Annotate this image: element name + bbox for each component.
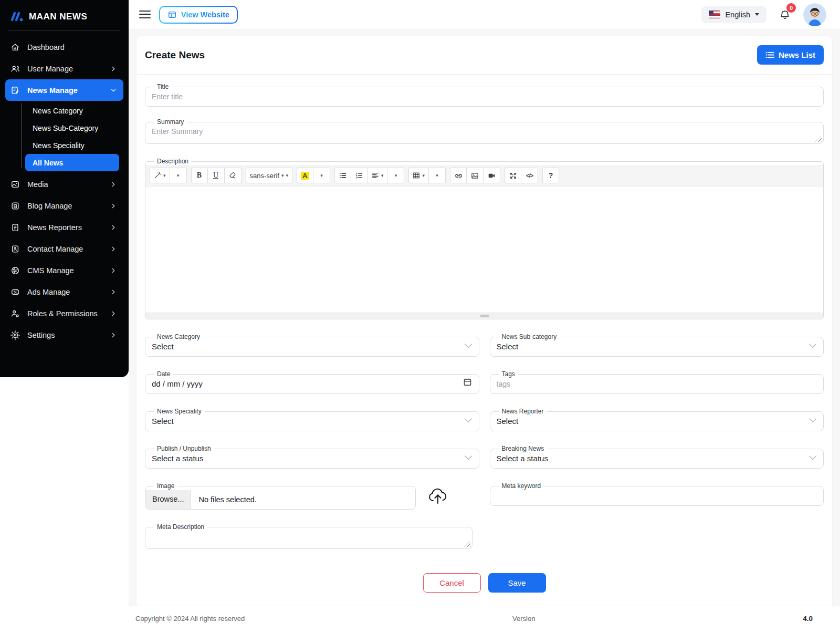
editor-style-more-button[interactable]: ▾ [170, 168, 187, 183]
save-button[interactable]: Save [488, 573, 546, 593]
title-input[interactable] [152, 91, 817, 106]
editor-help-button[interactable]: ? [542, 168, 559, 183]
description-label: Description [154, 158, 192, 165]
caret-down-icon: ▾ [177, 173, 180, 178]
tags-input[interactable] [497, 378, 817, 393]
user-gear-icon [10, 309, 20, 318]
sidebar-item-ads-manage[interactable]: Ads Manage [5, 281, 123, 303]
footer: Copyright © 2024 All rights reserved Ver… [129, 606, 840, 631]
user-avatar[interactable] [803, 3, 826, 26]
summary-label: Summary [154, 118, 187, 126]
editor-resize-bar[interactable] [145, 313, 823, 319]
editor-bold-button[interactable]: B [191, 168, 208, 183]
brand-name: MAAN NEWS [29, 12, 87, 22]
list-icon [765, 51, 774, 59]
sidebar-item-roles-permissions[interactable]: Roles & Permissions [5, 303, 123, 324]
font-color-icon: A [301, 172, 309, 180]
news-sub-category-value: Select [497, 341, 817, 356]
sidebar-item-dashboard[interactable]: Dashboard [5, 36, 123, 58]
copyright-text: Copyright © 2024 All rights reserved [135, 615, 245, 623]
sidebar-subitem-news-category[interactable]: News Category [25, 102, 119, 119]
top-header: View Website English 0 [129, 0, 840, 29]
sidebar-subitem-news-sub-category[interactable]: News Sub-Category [25, 119, 119, 137]
cancel-button[interactable]: Cancel [423, 573, 481, 593]
chevron-right-icon [109, 245, 118, 253]
form-actions: Cancel Save [145, 573, 824, 593]
avatar-image [803, 3, 826, 26]
news-reporter-value: Select [497, 416, 817, 431]
summary-textarea[interactable] [152, 126, 817, 141]
editor-table-button[interactable]: ▾ [408, 168, 429, 183]
editor-codeview-button[interactable]: </> [521, 168, 538, 183]
version-label: Version [245, 615, 803, 623]
editor-color-button[interactable]: A [297, 168, 313, 183]
editor-video-button[interactable] [484, 168, 500, 183]
sidebar-item-blog-manage[interactable]: Blog Manage [5, 195, 123, 216]
sidebar-item-media[interactable]: Media [5, 173, 123, 195]
editor-paragraph-more-button[interactable]: ▾ [387, 168, 404, 183]
editor-clear-format-button[interactable] [225, 168, 242, 183]
sidebar-subitem-news-speciality[interactable]: News Speciality [25, 137, 119, 154]
meta-keyword-input[interactable] [497, 490, 817, 505]
language-label: English [725, 11, 750, 19]
date-field[interactable]: Date dd / mm / yyyy [145, 370, 479, 394]
news-list-label: News List [779, 50, 815, 59]
eraser-icon [229, 172, 236, 179]
editor-underline-button[interactable]: U [208, 168, 225, 183]
caret-down-icon: ▾ [381, 173, 384, 178]
news-sub-category-field[interactable]: News Sub-category Select [490, 333, 824, 357]
news-reporter-label: News Reporter [499, 408, 547, 415]
chevron-right-icon [109, 181, 118, 188]
brand[interactable]: MAAN NEWS [0, 7, 129, 29]
main-content: Create News News List Title Summary [129, 29, 840, 606]
editor-paragraph-button[interactable]: ▾ [368, 168, 388, 183]
meta-description-textarea[interactable] [152, 531, 466, 546]
sidebar-item-cms-manage[interactable]: CMS Manage [5, 260, 123, 281]
editor-unordered-list-button[interactable] [334, 168, 351, 183]
editor-fullscreen-button[interactable] [505, 168, 521, 183]
sidebar-subitem-all-news[interactable]: All News [25, 154, 119, 171]
editor-link-button[interactable] [450, 168, 467, 183]
caret-down-icon: ▾ [286, 173, 288, 178]
browse-button[interactable]: Browse... [145, 490, 191, 509]
subitem-label: News Category [33, 107, 83, 115]
chevron-right-icon [109, 288, 118, 296]
subitem-label: News Sub-Category [33, 124, 98, 132]
sidebar-item-settings[interactable]: Settings [5, 324, 123, 346]
magic-wand-icon [154, 172, 161, 179]
sidebar-item-news-reporters[interactable]: News Reporters [5, 216, 123, 238]
editor-fontname-button[interactable]: sans-serif ▾ ▾ [246, 168, 292, 183]
news-reporter-field[interactable]: News Reporter Select [490, 408, 824, 431]
news-speciality-field[interactable]: News Speciality Select [145, 408, 479, 431]
align-icon [372, 172, 379, 179]
news-sub-category-label: News Sub-category [499, 333, 560, 340]
editor-content-area[interactable] [145, 186, 823, 313]
sidebar-item-news-manage[interactable]: News Manage [5, 79, 123, 101]
editor-image-button[interactable] [467, 168, 484, 183]
card-header: Create News News List [136, 36, 832, 75]
breaking-news-field[interactable]: Breaking News Select a status [490, 445, 824, 469]
meta-description-field: Meta Description [145, 523, 472, 549]
publish-status-field[interactable]: Publish / Unpublish Select a status [145, 445, 479, 469]
tags-label: Tags [499, 370, 518, 378]
notifications-button[interactable]: 0 [778, 7, 792, 23]
view-website-button[interactable]: View Website [159, 6, 238, 24]
editor-style-button[interactable]: ▾ [150, 168, 170, 183]
menu-toggle-icon[interactable] [139, 11, 151, 19]
calendar-icon[interactable] [463, 377, 472, 386]
sidebar: MAAN NEWS Dashboard User Manage News Man… [0, 0, 129, 377]
cloud-upload-icon[interactable] [427, 487, 448, 505]
language-selector[interactable]: English [701, 6, 766, 23]
news-list-button[interactable]: News List [757, 45, 824, 65]
news-category-field[interactable]: News Category Select [145, 333, 479, 357]
subitem-label: News Speciality [33, 141, 85, 150]
editor-table-more-button[interactable]: ▾ [429, 168, 446, 183]
sidebar-item-user-manage[interactable]: User Manage [5, 58, 123, 79]
sidebar-divider [8, 30, 120, 31]
editor-color-more-button[interactable]: ▾ [313, 168, 330, 183]
sidebar-item-contact-manage[interactable]: Contact Manage [5, 238, 123, 260]
date-label: Date [154, 370, 173, 378]
caret-down-icon: ▾ [163, 173, 166, 178]
editor-ordered-list-button[interactable] [351, 168, 368, 183]
caret-down-icon [755, 13, 759, 16]
